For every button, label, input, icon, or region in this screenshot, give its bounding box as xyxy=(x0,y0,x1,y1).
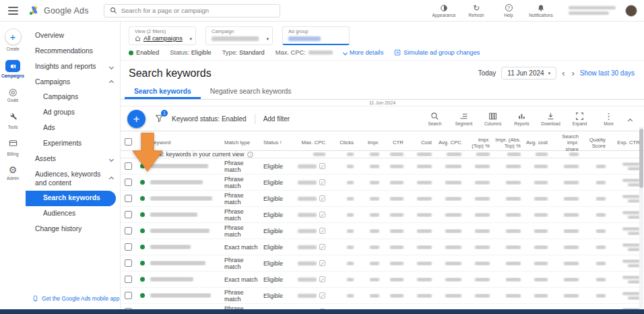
date-prev-button[interactable]: ‹ xyxy=(562,68,565,78)
max-cpc-cell[interactable] xyxy=(293,292,329,299)
collapse-toolbar-button[interactable] xyxy=(623,113,639,125)
edit-icon[interactable] xyxy=(319,179,325,185)
edit-icon[interactable] xyxy=(319,195,325,201)
row-checkbox[interactable] xyxy=(125,195,132,202)
tab-search-keywords[interactable]: Search keywords xyxy=(125,83,201,99)
avatar[interactable] xyxy=(625,5,637,17)
max-cpc-cell[interactable] xyxy=(293,212,329,218)
col-impr-abs-top[interactable]: Impr. (Abs. Top) % xyxy=(494,135,525,152)
tab-negative-search-keywords[interactable]: Negative search keywords xyxy=(201,83,301,99)
max-cpc-cell[interactable] xyxy=(293,244,329,250)
rail-item-campaigns[interactable]: Campaigns xyxy=(0,60,26,78)
table-row[interactable]: Exact matchEligible xyxy=(121,272,644,288)
google-ads-logo[interactable]: Google Ads xyxy=(29,5,89,15)
date-picker[interactable]: 11 Jun 2024 ▾ xyxy=(501,67,556,80)
edit-icon[interactable] xyxy=(319,212,325,218)
help-button[interactable]: ? Help xyxy=(494,3,523,18)
keyword-cell[interactable] xyxy=(149,245,223,249)
edit-icon[interactable] xyxy=(319,163,325,169)
sidebar-item-overview[interactable]: Overview xyxy=(26,28,120,44)
col-match-type[interactable]: Match type xyxy=(223,137,262,148)
col-ctr[interactable]: CTR xyxy=(383,137,408,148)
table-row[interactable]: Exact matchEligible xyxy=(121,239,644,255)
refresh-button[interactable]: ↻ Refresh xyxy=(462,3,490,18)
row-checkbox[interactable] xyxy=(125,259,132,267)
ad-group-dropdown[interactable]: Ad group xyxy=(282,26,350,45)
col-cost[interactable]: Cost xyxy=(408,137,436,148)
sidebar-item-insights-reports[interactable]: Insights and reports xyxy=(26,59,120,75)
menu-icon[interactable] xyxy=(8,7,18,15)
col-clicks[interactable]: Clicks xyxy=(329,137,358,148)
edit-icon[interactable] xyxy=(319,260,325,266)
add-filter-button[interactable]: Add filter xyxy=(263,115,290,123)
keyword-cell[interactable] xyxy=(149,180,223,185)
segment-button[interactable]: Segment xyxy=(449,112,478,126)
row-checkbox[interactable] xyxy=(125,227,132,234)
col-avg-cost[interactable]: Avg. cost xyxy=(525,137,552,148)
show-last-30-days-link[interactable]: Show last 30 days xyxy=(580,69,635,77)
appearance-button[interactable]: Appearance xyxy=(430,3,458,18)
rail-item-goals[interactable]: ◎ Goals xyxy=(0,87,26,102)
more-button[interactable]: ⋮ More xyxy=(594,112,623,126)
rail-item-tools[interactable]: Tools xyxy=(0,111,26,129)
sidebar-item-search-keywords[interactable]: Search keywords xyxy=(26,191,116,206)
sidebar-item-experiments[interactable]: Experiments xyxy=(26,136,120,152)
download-button[interactable]: Download xyxy=(536,112,565,126)
row-checkbox[interactable] xyxy=(125,179,132,186)
date-next-button[interactable]: › xyxy=(571,68,574,78)
sidebar-item-ad-groups[interactable]: Ad groups xyxy=(26,105,120,121)
col-max-cpc[interactable]: Max. CPC xyxy=(293,137,329,148)
sidebar-item-audiences[interactable]: Audiences xyxy=(26,206,120,222)
table-row[interactable]: Phrase matchEligible xyxy=(121,175,644,191)
account-info[interactable] xyxy=(569,6,616,15)
scrollbar-thumb[interactable] xyxy=(639,129,643,188)
mobile-app-link[interactable]: Get the Google Ads mobile app xyxy=(32,294,119,303)
row-checkbox[interactable] xyxy=(125,276,132,283)
rail-item-create[interactable]: + Create xyxy=(0,28,26,51)
sidebar-item-change-history[interactable]: Change history xyxy=(26,222,120,237)
expand-button[interactable]: Expand xyxy=(565,112,594,126)
search-table-button[interactable]: Search xyxy=(420,112,449,126)
row-checkbox[interactable] xyxy=(125,243,132,251)
row-checkbox[interactable] xyxy=(125,292,132,299)
reports-button[interactable]: Reports xyxy=(507,112,536,126)
edit-icon[interactable] xyxy=(319,244,325,250)
view-filter-dropdown[interactable]: View (2 filters) All campaigns ▾ xyxy=(129,26,196,45)
edit-icon[interactable] xyxy=(319,276,325,282)
keyword-cell[interactable] xyxy=(149,261,223,265)
table-row[interactable]: Phrase matchEligible xyxy=(121,207,644,223)
rail-item-billing[interactable]: Billing xyxy=(0,138,26,156)
max-cpc-cell[interactable] xyxy=(293,260,329,266)
select-all-checkbox[interactable] xyxy=(125,138,132,146)
columns-button[interactable]: Columns xyxy=(478,112,507,126)
notifications-button[interactable]: Notifications xyxy=(527,3,555,18)
edit-icon[interactable] xyxy=(319,292,325,299)
max-cpc-cell[interactable] xyxy=(293,163,329,169)
table-row[interactable]: Phrase matchEligible xyxy=(121,158,644,175)
global-search-input[interactable]: Search for a page or campaign xyxy=(104,4,280,18)
keyword-cell[interactable] xyxy=(149,212,223,217)
vertical-scrollbar[interactable] xyxy=(639,127,643,309)
campaign-dropdown[interactable]: Campaign ▾ xyxy=(205,26,273,45)
max-cpc-cell[interactable] xyxy=(293,179,329,185)
sidebar-item-campaigns-sub[interactable]: Campaigns xyxy=(26,90,120,105)
row-checkbox[interactable] xyxy=(125,211,132,218)
sidebar-item-assets[interactable]: Assets xyxy=(26,152,120,167)
sidebar-item-audiences-keywords-content[interactable]: Audiences, keywords and content xyxy=(26,167,120,191)
max-cpc-cell[interactable] xyxy=(293,276,329,282)
keyword-cell[interactable] xyxy=(149,277,223,282)
rail-item-admin[interactable]: ⚙ Admin xyxy=(0,165,26,181)
sidebar-item-recommendations[interactable]: Recommendations xyxy=(26,44,120,59)
max-cpc-cell[interactable] xyxy=(293,228,329,234)
row-checkbox[interactable] xyxy=(125,162,132,170)
col-impr[interactable]: Impr. xyxy=(358,137,383,148)
table-row[interactable]: Phrase matchEligible xyxy=(121,255,644,272)
max-cpc-cell[interactable] xyxy=(293,195,329,201)
table-row[interactable]: Phrase matchEligible xyxy=(121,191,644,207)
keyword-cell[interactable] xyxy=(149,228,223,233)
keyword-cell[interactable] xyxy=(149,196,223,201)
col-impr-top[interactable]: Impr. (Top) % xyxy=(465,135,494,152)
keyword-cell[interactable] xyxy=(149,293,223,298)
sidebar-item-ads[interactable]: Ads xyxy=(26,121,120,136)
col-avg-cpc[interactable]: Avg. CPC xyxy=(436,137,465,148)
